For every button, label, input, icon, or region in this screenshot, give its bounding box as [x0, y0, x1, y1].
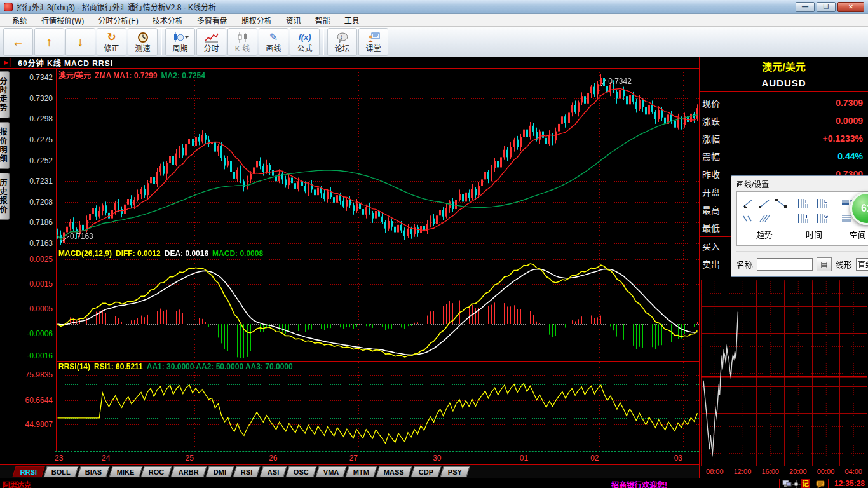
quote-label: 开盘 [702, 186, 720, 198]
intraday-time-axis: 08:0012:0016:0020:0000:0004:00 [700, 467, 868, 477]
price-axis-label: 0.7320 [10, 94, 53, 103]
pencil-icon: ✎ [269, 30, 278, 44]
indicator-tab-roc[interactable]: ROC [140, 466, 172, 477]
price-axis-label: 0.7342 [10, 73, 53, 82]
chart-flag-icon: ►▏ [3, 58, 15, 67]
menu-item-0[interactable]: 系统 [5, 13, 34, 27]
x-axis-label: 23 [55, 454, 63, 463]
indicator-tab-vma[interactable]: VMA [315, 466, 347, 477]
x-axis-label: 30 [433, 454, 441, 463]
indicator-tab-rrsi[interactable]: RRSI [12, 466, 44, 477]
period-button[interactable]: 周期 [165, 28, 195, 56]
ray-tool-icon[interactable] [757, 197, 772, 210]
time-cycle-tool-icon[interactable]: T [797, 212, 812, 225]
macd-legend: MACD(26,12,9)DIFF: 0.0012DEA: 0.0016MACD… [58, 249, 267, 258]
toolbar: ← ↑ ↓ ↻ 修正 测速 周期 分时 K 线 ✎ 画线 f(x) [0, 27, 868, 57]
memo-button[interactable]: ▤ [817, 257, 832, 271]
quote-symbol-code: AUDUSD [700, 75, 868, 92]
indicator-tab-mass[interactable]: MASS [376, 466, 412, 477]
indicator-tab-arbr[interactable]: ARBR [171, 466, 207, 477]
window-title: 招行外汇3(fxhq3) - 招商银行外汇通行情分析V2.8 - K线分析 [17, 1, 216, 12]
dialog-title[interactable]: 画线/设置 [731, 176, 868, 190]
classroom-button[interactable]: 课堂 [358, 28, 388, 56]
correct-button[interactable]: ↻ 修正 [97, 28, 126, 56]
quote-label: 现价 [702, 97, 720, 109]
minimize-button[interactable]: — [796, 2, 815, 12]
trendline-tool-icon[interactable] [740, 197, 756, 210]
indicator-tab-label: ARBR [179, 468, 199, 476]
multi-parallel-tool-icon[interactable] [757, 212, 772, 225]
x-axis-label: 03 [674, 454, 682, 463]
menu-item-8[interactable]: 工具 [337, 13, 367, 27]
indicator-tab-rsi[interactable]: RSI [233, 466, 261, 477]
message-icon[interactable] [816, 479, 825, 488]
kline-chart-canvas[interactable] [56, 69, 699, 451]
indicator-tab-label: BOLL [51, 468, 71, 476]
indicator-tab-cdp[interactable]: CDP [411, 466, 442, 477]
kline-button[interactable]: K 线 [227, 28, 257, 56]
intraday-button[interactable]: 分时 [196, 28, 226, 56]
status-clock: 12:35:28 [831, 479, 868, 488]
svg-text:G: G [824, 214, 828, 219]
title-bar: 招行外汇3(fxhq3) - 招商银行外汇通行情分析V2.8 - K线分析 — … [0, 0, 868, 14]
menu-item-7[interactable]: 智能 [308, 13, 337, 27]
indicator-tab-dmi[interactable]: DMI [206, 466, 234, 477]
restore-button[interactable]: ❐ [817, 2, 836, 12]
alert-icon[interactable] [792, 479, 801, 488]
up-button[interactable]: ↑ [34, 28, 64, 56]
indicator-tab-asi[interactable]: ASI [259, 466, 287, 477]
price-axis-label: 0.7208 [10, 198, 53, 207]
rrsi-legend: RRSI(14)RSI1: 60.5211AA1: 30.0000 AA2: 5… [58, 362, 297, 371]
menu-item-1[interactable]: 行情报价(W) [34, 13, 91, 27]
kline-candles-icon [236, 30, 250, 44]
axis-label-column: 0.73420.73200.72980.72750.72520.72310.72… [9, 69, 55, 465]
quote-label: 最低 [702, 221, 720, 234]
intraday-mini-chart [701, 280, 867, 466]
memo-icon[interactable]: 记 [801, 479, 810, 488]
menu-item-3[interactable]: 技术分析 [146, 13, 190, 27]
svg-text:T: T [805, 214, 808, 219]
period-candle-icon [172, 30, 189, 44]
intraday-time-label: 16:00 [757, 468, 783, 475]
toolbar-separator [323, 29, 324, 55]
menu-item-2[interactable]: 分时分析(F) [91, 13, 145, 27]
price-axis-label: 0.7275 [10, 135, 53, 144]
forum-button[interactable]: t 论坛 [327, 28, 357, 56]
indicator-tab-osc[interactable]: OSC [286, 466, 317, 477]
fibonacci-time-tool-icon[interactable]: F [797, 197, 812, 210]
lucas-time-tool-icon[interactable]: L [816, 197, 831, 210]
speedtest-button[interactable]: 测速 [128, 28, 158, 56]
intraday-time-label: 20:00 [785, 468, 811, 475]
indicator-tab-mike[interactable]: MIKE [109, 466, 142, 477]
intraday-time-label: 00:00 [813, 468, 839, 475]
gann-time-tool-icon[interactable]: G [816, 212, 831, 225]
name-input[interactable] [757, 258, 813, 271]
x-axis-label: 25 [186, 454, 194, 463]
down-button[interactable]: ↓ [65, 28, 95, 56]
back-button[interactable]: ← [3, 28, 33, 56]
x-axis-label: 01 [520, 454, 528, 463]
line-type-label: 线形 [836, 258, 852, 270]
indicator-tab-boll[interactable]: BOLL [44, 466, 79, 477]
x-axis-label: 24 [102, 454, 110, 463]
space-group-label: 空间 [850, 228, 866, 240]
connection-icon[interactable] [782, 479, 792, 488]
line-type-select[interactable]: 直线▼ [856, 258, 868, 271]
indicator-tab-bias[interactable]: BIAS [78, 466, 110, 477]
menu-item-4[interactable]: 多窗看盘 [190, 13, 234, 27]
parallel-lines-tool-icon[interactable] [740, 212, 756, 225]
formula-button[interactable]: f(x) 公式 [290, 28, 320, 56]
welcome-message: 招商银行欢迎您! [611, 479, 667, 488]
left-tab-1[interactable]: 报价明细 [0, 122, 10, 169]
drawline-button[interactable]: ✎ 画线 [259, 28, 288, 56]
indicator-tab-mtm[interactable]: MTM [346, 466, 377, 477]
menu-item-5[interactable]: 期权分析 [234, 13, 279, 27]
close-button[interactable]: ✕ [837, 2, 864, 12]
segment-tool-icon[interactable] [773, 197, 789, 210]
left-tab-2[interactable]: 历史报价 [0, 173, 10, 220]
indicator-tab-label: RSI [241, 468, 252, 476]
toolbar-separator [161, 29, 162, 55]
left-tab-0[interactable]: 分时走势 [0, 71, 10, 118]
menu-item-6[interactable]: 资讯 [279, 13, 308, 27]
indicator-tab-psy[interactable]: PSY [440, 466, 470, 477]
